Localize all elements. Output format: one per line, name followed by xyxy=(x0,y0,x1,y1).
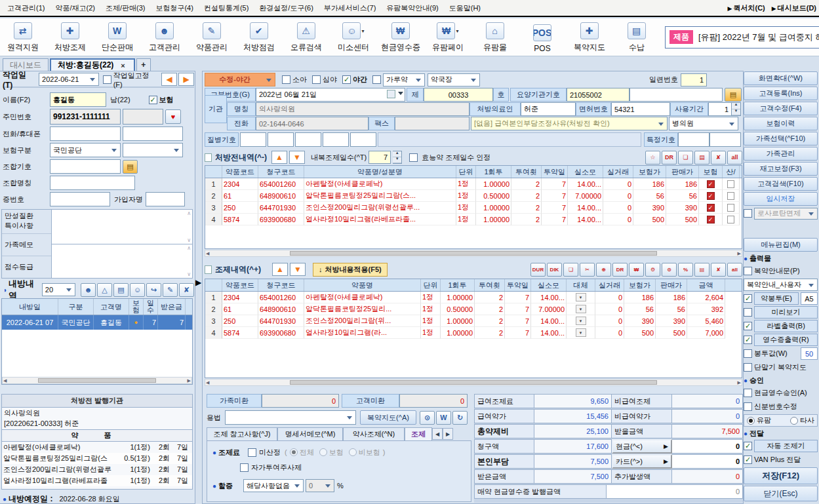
col-header[interactable]: 투여횟 xyxy=(511,166,542,178)
usage-icon-button[interactable]: ⊙ xyxy=(420,411,435,425)
col-header[interactable]: 대체 xyxy=(567,279,595,291)
substitute-dropdown[interactable]: ▼ xyxy=(576,317,586,325)
auto-dispenser-label[interactable]: 자동 조제기 xyxy=(754,440,818,452)
apply-prescription-button[interactable]: ↓처방내용적용(F5) xyxy=(313,263,388,277)
period-spinner[interactable]: ▲▼ xyxy=(732,102,741,116)
dsp-grid-icon-button[interactable]: all xyxy=(727,263,742,277)
tab-scroll-left[interactable]: ◀ xyxy=(432,428,443,440)
col-header[interactable]: 보험가 xyxy=(624,279,656,291)
col-header[interactable]: 단위 xyxy=(456,166,476,178)
receipt-print-label[interactable]: 영수증출력(R) xyxy=(754,334,818,346)
usage-icon-button[interactable]: ↻ xyxy=(452,411,468,425)
extra-checkbox[interactable] xyxy=(727,192,734,200)
close-button[interactable]: 닫기(Esc) xyxy=(744,486,818,501)
terminal-checkbox[interactable] xyxy=(744,363,752,372)
move-up-button[interactable]: ▲ xyxy=(272,263,288,276)
caret-down-icon[interactable]: ▾ xyxy=(456,28,458,34)
days-spinner[interactable]: ▲▼ xyxy=(393,151,402,164)
cash-button[interactable]: 현금(^<)▶ xyxy=(612,439,672,454)
dsp-grid-icon-button[interactable]: DUR xyxy=(530,263,546,277)
org-code-input[interactable]: 21055002 xyxy=(567,88,629,102)
move-down-button[interactable]: ▼ xyxy=(290,263,306,276)
close-icon[interactable]: × xyxy=(119,61,127,70)
toolbar-button[interactable]: ✚ 처방조제 xyxy=(51,21,89,53)
rx-row[interactable]: 4 5874 693900680 얼사라정10밀리그램(라베프라졸... 1정 … xyxy=(205,214,742,225)
usage-icon-button[interactable]: W xyxy=(436,411,451,425)
extra-checkbox[interactable] xyxy=(727,204,734,212)
doctor-input[interactable]: 허준 xyxy=(521,102,576,116)
tab-statement-memo[interactable]: 명세서메모(^M) xyxy=(277,427,343,440)
scroll-up-icon[interactable]: ∧ xyxy=(187,245,191,251)
visits-grid-icon-button[interactable]: ↪ xyxy=(146,283,161,297)
surcharge-select[interactable]: 해당사항없음 xyxy=(243,479,304,492)
toolbar-button[interactable]: ⌂ 유팜몰 xyxy=(476,21,514,53)
new-tab-button[interactable]: + xyxy=(136,58,151,71)
issue-date-picker[interactable]: 2022년 06월 21일 xyxy=(256,88,405,102)
fee-ins-radio[interactable] xyxy=(319,448,327,456)
panel-divider[interactable]: ▶ xyxy=(195,71,202,504)
col-header[interactable]: 내방일 xyxy=(2,299,58,315)
menu-item[interactable]: 조제/판매(3) xyxy=(101,1,150,15)
van-checkbox[interactable] xyxy=(744,456,752,464)
bag-size[interactable]: A5 xyxy=(801,292,818,305)
dsp-row[interactable]: 4 5874 693900680 얼사라정10밀리그램(라... 1정 1.00… xyxy=(205,327,742,339)
book-lookup-icon[interactable]: ▤ xyxy=(725,88,742,102)
fee-none-checkbox[interactable] xyxy=(248,448,256,457)
col-header[interactable]: 1회투 xyxy=(441,279,475,291)
extra-checkbox[interactable] xyxy=(727,180,734,188)
toolbar-button[interactable]: POS POS xyxy=(523,23,561,53)
workdate-fix-checkbox[interactable] xyxy=(103,75,111,84)
rx-grid-icon-button[interactable]: ☆ xyxy=(645,151,660,165)
period-input[interactable]: 1 xyxy=(708,102,732,116)
menu-edit-button[interactable]: 메뉴편집(M) xyxy=(744,238,818,252)
col-header[interactable]: 산/ xyxy=(723,166,740,178)
menu-item[interactable]: 도움말(H) xyxy=(445,1,485,15)
rx-grid-icon-button[interactable]: all xyxy=(727,151,742,165)
dsp-grid-icon-button[interactable]: DR xyxy=(612,263,628,277)
col-header[interactable]: 판매가 xyxy=(666,166,699,178)
other-radio[interactable] xyxy=(790,417,798,425)
col-header[interactable]: 1회투 xyxy=(476,166,511,178)
jumin-input2[interactable] xyxy=(123,109,163,125)
rx-row[interactable]: 3 250 644701930 조인스정200밀리그람(위령선괄루... 1정 … xyxy=(205,202,742,214)
powder-select[interactable]: 가루약 xyxy=(383,73,425,87)
sidebar-button[interactable]: 고객수정(F4) xyxy=(744,102,818,115)
guide-doc-checkbox[interactable] xyxy=(744,267,752,275)
toolbar-button[interactable]: ⇄ 원격지원 xyxy=(4,21,42,53)
insurance-checkbox[interactable]: ✓ xyxy=(707,180,715,188)
memo-textarea[interactable]: ∧ ∨ xyxy=(52,244,192,279)
col-header[interactable]: 실소모 xyxy=(568,166,603,178)
org-name-input[interactable]: 의사랑의원 xyxy=(256,102,469,116)
scroll-up-icon[interactable]: ∧ xyxy=(187,210,191,216)
night-checkbox[interactable] xyxy=(342,75,351,84)
name-input[interactable]: 홍길동 xyxy=(50,92,106,107)
bag-price-checkbox[interactable] xyxy=(744,349,752,358)
save-button[interactable]: 저장(F12) xyxy=(744,467,818,484)
col-header[interactable]: 실거래 xyxy=(595,279,624,291)
col-header[interactable]: 약품명/성분명 xyxy=(304,166,456,178)
rx-hscrollbar[interactable]: ◀▶ xyxy=(205,250,742,257)
surcharge-pct-select[interactable]: 0 xyxy=(306,479,334,492)
collapse-arrow-icon[interactable]: ▶ xyxy=(195,278,201,287)
cash-receipt-approve-checkbox[interactable] xyxy=(744,389,752,397)
union-name-input[interactable] xyxy=(50,176,135,190)
tab-dispense-note[interactable]: 조제 참고사항(^J) xyxy=(207,427,277,440)
col-header[interactable]: 약품코드 xyxy=(222,279,258,291)
col-header[interactable]: 단위 xyxy=(421,279,441,291)
prev-day-button[interactable]: ◀ xyxy=(161,73,177,86)
visits-count-select[interactable]: 20 xyxy=(42,283,75,296)
bag-label[interactable]: 약봉투(E) xyxy=(754,292,799,305)
org-code-input2[interactable] xyxy=(629,88,723,102)
toolbar-button[interactable]: ▤ 수납 xyxy=(618,21,656,53)
col-header[interactable]: 투약일 xyxy=(505,279,531,291)
sidebar-button[interactable]: 화면확대(^W) xyxy=(744,71,818,85)
cert-no-input[interactable] xyxy=(50,192,110,206)
preview-label[interactable]: 미리보기 xyxy=(754,306,818,319)
col-header[interactable]: 실거래 xyxy=(603,166,633,178)
jumin-input[interactable]: 991231-1111111 xyxy=(50,109,121,125)
dsp-grid-icon-button[interactable]: ✂ xyxy=(580,263,595,277)
substitute-dropdown[interactable]: ▼ xyxy=(576,305,586,313)
col-header[interactable]: 보험가 xyxy=(633,166,666,178)
dsp-grid-icon-button[interactable]: ❏ xyxy=(563,263,578,277)
visits-grid-icon-button[interactable]: ☻ xyxy=(81,283,96,297)
